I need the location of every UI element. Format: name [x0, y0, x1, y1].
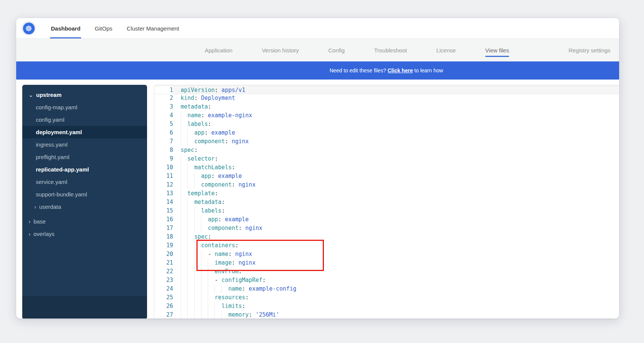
code-line-13[interactable]: 13 template:: [154, 189, 619, 198]
code-text: image: nginx: [173, 259, 619, 267]
code-line-19[interactable]: 19 containers:: [154, 241, 619, 250]
code-line-8[interactable]: 8spec:: [154, 146, 619, 155]
tree-file-ingress-yaml[interactable]: ingress.yaml: [22, 138, 147, 151]
indent-guide: [187, 137, 188, 146]
indent-guide: [187, 215, 188, 224]
tree-folder-base[interactable]: ›base: [22, 215, 147, 228]
tree-item-label: overlays: [34, 231, 55, 237]
code-line-21[interactable]: 21 image: nginx: [154, 259, 619, 267]
tree-file-config-yaml[interactable]: config.yaml: [22, 113, 147, 126]
top-navigation-bar: ☸ DashboardGitOpsCluster Management: [16, 18, 619, 39]
code-text: component: nginx: [173, 181, 619, 189]
tree-folder-userdata[interactable]: ›userdata: [22, 201, 147, 213]
tree-file-support-bundle-yaml[interactable]: support-bundle.yaml: [22, 188, 147, 201]
code-line-9[interactable]: 9 selector:: [154, 155, 619, 163]
indent-guide: [181, 259, 181, 267]
indent-guide: [201, 293, 201, 302]
line-number: 4: [154, 111, 173, 120]
tab-config[interactable]: Config: [328, 39, 345, 61]
code-text: limits:: [173, 302, 619, 311]
indent-guide: [201, 276, 201, 285]
code-text: spec:: [173, 233, 619, 241]
line-number: 13: [154, 189, 173, 198]
yaml-code-editor[interactable]: 1apiVersion: apps/v12kind: Deployment3me…: [154, 85, 619, 318]
code-line-3[interactable]: 3metadata:: [154, 103, 619, 111]
code-line-12[interactable]: 12 component: nginx: [154, 181, 619, 189]
code-line-24[interactable]: 24 name: example-config: [154, 285, 619, 293]
code-line-6[interactable]: 6 app: example: [154, 129, 619, 137]
code-text: matchLabels:: [173, 163, 619, 172]
code-line-10[interactable]: 10 matchLabels:: [154, 163, 619, 172]
indent-guide: [221, 285, 222, 293]
tree-item-label: service.yaml: [36, 179, 67, 185]
indent-guide: [208, 285, 208, 293]
code-line-22[interactable]: 22 envFrom:: [154, 267, 619, 276]
indent-guide: [187, 241, 188, 250]
tree-item-label: config-map.yaml: [36, 104, 77, 110]
tab-license[interactable]: License: [436, 39, 456, 61]
tree-item-label: replicated-app.yaml: [36, 166, 89, 173]
indent-guide: [181, 198, 181, 207]
indent-guide: [187, 233, 188, 241]
indent-guide: [194, 311, 195, 318]
code-line-15[interactable]: 15 labels:: [154, 207, 619, 215]
topnav-tab-dashboard[interactable]: Dashboard: [50, 18, 81, 38]
code-line-26[interactable]: 26 limits:: [154, 302, 619, 311]
click-here-link[interactable]: Click here: [388, 67, 413, 74]
code-line-4[interactable]: 4 name: example-nginx: [154, 111, 619, 120]
line-number: 8: [154, 146, 173, 155]
topnav-tab-cluster-management[interactable]: Cluster Management: [126, 18, 180, 38]
edit-files-banner: Need to edit these files? Click here to …: [16, 61, 619, 80]
code-line-20[interactable]: 20 - name: nginx: [154, 250, 619, 259]
indent-guide: [181, 111, 181, 120]
code-line-11[interactable]: 11 app: example: [154, 172, 619, 181]
code-line-1[interactable]: 1apiVersion: apps/v1: [154, 86, 619, 94]
indent-guide: [201, 215, 201, 224]
code-line-16[interactable]: 16 app: example: [154, 215, 619, 224]
code-text: component: nginx: [173, 137, 619, 146]
code-line-23[interactable]: 23 - configMapRef:: [154, 276, 619, 285]
tree-file-replicated-app-yaml[interactable]: replicated-app.yaml: [22, 163, 147, 176]
indent-guide: [194, 207, 195, 215]
tab-registry-settings[interactable]: Registry settings: [569, 39, 610, 61]
tab-application[interactable]: Application: [205, 39, 232, 61]
tree-folder-upstream[interactable]: ⌄upstream: [22, 89, 147, 101]
code-text: kind: Deployment: [173, 94, 619, 103]
tab-version-history[interactable]: Version history: [262, 39, 299, 61]
tree-file-service-yaml[interactable]: service.yaml: [22, 176, 147, 188]
indent-guide: [201, 259, 201, 267]
code-line-18[interactable]: 18 spec:: [154, 233, 619, 241]
code-text: app: example: [173, 129, 619, 137]
indent-guide: [194, 293, 195, 302]
code-text: metadata:: [173, 198, 619, 207]
tab-troubleshoot[interactable]: Troubleshoot: [374, 39, 407, 61]
code-line-14[interactable]: 14 metadata:: [154, 198, 619, 207]
line-number: 27: [154, 311, 173, 318]
indent-guide: [187, 302, 188, 311]
code-line-5[interactable]: 5 labels:: [154, 120, 619, 129]
indent-guide: [187, 293, 188, 302]
tree-file-config-map-yaml[interactable]: config-map.yaml: [22, 101, 147, 113]
tree-folder-overlays[interactable]: ›overlays: [22, 228, 147, 240]
indent-guide: [187, 129, 188, 137]
indent-guide: [194, 302, 195, 311]
code-line-17[interactable]: 17 component: nginx: [154, 224, 619, 233]
code-line-2[interactable]: 2kind: Deployment: [154, 94, 619, 103]
indent-guide: [194, 259, 195, 267]
tree-file-deployment-yaml[interactable]: deployment.yaml: [22, 126, 147, 138]
indent-guide: [194, 285, 195, 293]
indent-guide: [181, 189, 181, 198]
code-line-7[interactable]: 7 component: nginx: [154, 137, 619, 146]
tab-view-files[interactable]: View files: [485, 39, 509, 61]
view-files-content: ⌄upstreamconfig-map.yamlconfig.yamldeplo…: [16, 80, 619, 318]
topnav-tab-gitops[interactable]: GitOps: [94, 18, 113, 38]
indent-guide: [181, 276, 181, 285]
indent-guide: [221, 311, 222, 318]
indent-guide: [215, 311, 215, 318]
code-line-25[interactable]: 25 resources:: [154, 293, 619, 302]
code-text: resources:: [173, 293, 619, 302]
tree-item-label: userdata: [39, 204, 61, 210]
line-number: 16: [154, 215, 173, 224]
tree-file-preflight-yaml[interactable]: preflight.yaml: [22, 151, 147, 163]
code-line-27[interactable]: 27 memory: '256Mi': [154, 311, 619, 318]
